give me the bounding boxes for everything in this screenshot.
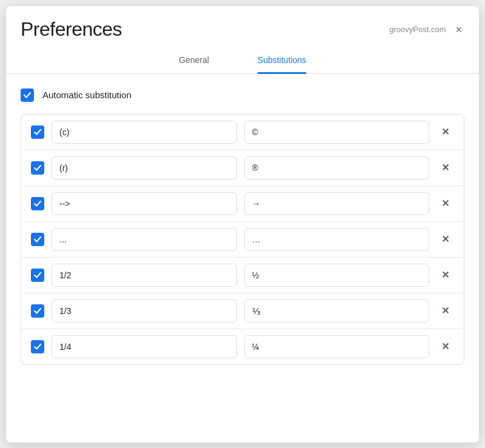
to-field-5[interactable] xyxy=(244,264,430,287)
tabs-bar: General Substitutions xyxy=(6,45,479,74)
substitutions-table: ✕ ✕ xyxy=(21,114,464,365)
tab-substitutions[interactable]: Substitutions xyxy=(258,55,306,74)
table-row: ✕ xyxy=(21,150,464,186)
table-row: ✕ xyxy=(21,329,464,364)
from-field-6[interactable] xyxy=(52,299,237,323)
auto-substitution-label: Automatic substitution xyxy=(42,90,132,100)
delete-button-2[interactable]: ✕ xyxy=(436,159,454,176)
to-field-7[interactable] xyxy=(244,335,430,358)
delete-button-6[interactable]: ✕ xyxy=(436,303,454,319)
delete-button-4[interactable]: ✕ xyxy=(436,231,454,247)
dialog-title: Preferences xyxy=(21,18,122,41)
row-checkbox-7[interactable] xyxy=(31,340,44,353)
from-field-4[interactable] xyxy=(52,228,237,251)
delete-button-7[interactable]: ✕ xyxy=(436,338,454,355)
from-field-7[interactable] xyxy=(52,335,237,358)
from-field-5[interactable] xyxy=(52,264,237,287)
preferences-dialog: Preferences groovyPost.com × General Sub… xyxy=(6,6,479,443)
site-label: groovyPost.com xyxy=(389,25,446,34)
row-checkbox-2[interactable] xyxy=(31,161,44,175)
tab-general[interactable]: General xyxy=(179,55,209,74)
auto-substitution-row: Automatic substitution xyxy=(21,89,464,102)
row-checkbox-4[interactable] xyxy=(31,233,44,246)
delete-button-5[interactable]: ✕ xyxy=(436,267,454,283)
dialog-header: Preferences groovyPost.com × xyxy=(6,6,479,41)
to-field-2[interactable] xyxy=(244,156,430,179)
table-row: ✕ xyxy=(21,258,464,293)
header-right: groovyPost.com × xyxy=(389,23,464,36)
from-field-3[interactable] xyxy=(52,192,237,215)
table-row: ✕ xyxy=(21,222,464,258)
from-field-2[interactable] xyxy=(52,156,237,179)
row-checkbox-6[interactable] xyxy=(31,304,44,318)
auto-substitution-checkbox[interactable] xyxy=(21,89,34,102)
to-field-1[interactable] xyxy=(244,121,430,144)
to-field-4[interactable] xyxy=(244,228,430,251)
row-checkbox-1[interactable] xyxy=(31,125,44,139)
delete-button-3[interactable]: ✕ xyxy=(436,195,454,212)
to-field-3[interactable] xyxy=(244,192,430,215)
close-button[interactable]: × xyxy=(453,23,464,36)
delete-button-1[interactable]: ✕ xyxy=(436,124,454,140)
to-field-6[interactable] xyxy=(244,299,430,323)
from-field-1[interactable] xyxy=(52,121,237,144)
table-row: ✕ xyxy=(21,186,464,222)
row-checkbox-3[interactable] xyxy=(31,197,44,210)
row-checkbox-5[interactable] xyxy=(31,269,44,282)
substitutions-scroll[interactable]: ✕ ✕ xyxy=(21,115,464,364)
table-row: ✕ xyxy=(21,293,464,329)
table-row: ✕ xyxy=(21,115,464,150)
tab-content: Automatic substitution ✕ xyxy=(6,74,479,379)
